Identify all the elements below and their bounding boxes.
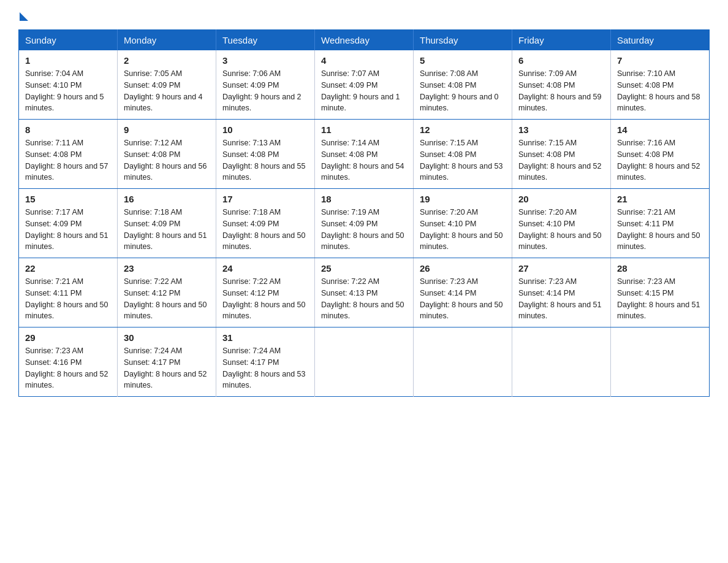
day-number: 10 <box>222 124 308 135</box>
day-number: 19 <box>420 194 506 204</box>
day-number: 22 <box>25 263 111 274</box>
day-number: 6 <box>518 55 604 66</box>
calendar-header-tuesday: Tuesday <box>216 30 315 51</box>
calendar-cell: 17 Sunrise: 7:18 AMSunset: 4:09 PMDaylig… <box>216 189 315 258</box>
calendar-header-monday: Monday <box>118 30 216 51</box>
day-info: Sunrise: 7:07 AMSunset: 4:09 PMDaylight:… <box>321 69 400 112</box>
day-number: 27 <box>518 263 604 274</box>
calendar-cell: 18 Sunrise: 7:19 AMSunset: 4:09 PMDaylig… <box>315 189 414 258</box>
day-number: 17 <box>222 194 308 204</box>
day-info: Sunrise: 7:05 AMSunset: 4:09 PMDaylight:… <box>124 69 203 112</box>
day-info: Sunrise: 7:19 AMSunset: 4:09 PMDaylight:… <box>321 208 404 251</box>
day-info: Sunrise: 7:22 AMSunset: 4:13 PMDaylight:… <box>321 277 404 320</box>
calendar-cell: 10 Sunrise: 7:13 AMSunset: 4:08 PMDaylig… <box>216 120 315 189</box>
day-info: Sunrise: 7:22 AMSunset: 4:12 PMDaylight:… <box>124 277 207 320</box>
calendar-cell: 3 Sunrise: 7:06 AMSunset: 4:09 PMDayligh… <box>216 50 315 120</box>
day-info: Sunrise: 7:15 AMSunset: 4:08 PMDaylight:… <box>518 139 602 182</box>
day-number: 7 <box>617 55 703 66</box>
calendar-cell: 1 Sunrise: 7:04 AMSunset: 4:10 PMDayligh… <box>19 50 118 120</box>
calendar-header-wednesday: Wednesday <box>315 30 414 51</box>
calendar-cell <box>315 327 414 397</box>
day-info: Sunrise: 7:24 AMSunset: 4:17 PMDaylight:… <box>124 347 207 389</box>
calendar-cell: 24 Sunrise: 7:22 AMSunset: 4:12 PMDaylig… <box>216 258 315 327</box>
day-info: Sunrise: 7:23 AMSunset: 4:15 PMDaylight:… <box>617 277 700 320</box>
calendar-cell <box>414 327 512 397</box>
calendar-cell: 7 Sunrise: 7:10 AMSunset: 4:08 PMDayligh… <box>611 50 710 120</box>
day-info: Sunrise: 7:23 AMSunset: 4:14 PMDaylight:… <box>518 277 602 320</box>
calendar-cell: 4 Sunrise: 7:07 AMSunset: 4:09 PMDayligh… <box>315 50 414 120</box>
day-number: 5 <box>420 55 506 66</box>
day-number: 28 <box>617 263 703 274</box>
day-number: 30 <box>124 332 210 343</box>
day-info: Sunrise: 7:24 AMSunset: 4:17 PMDaylight:… <box>222 347 306 389</box>
calendar-cell: 28 Sunrise: 7:23 AMSunset: 4:15 PMDaylig… <box>611 258 710 327</box>
calendar-table: SundayMondayTuesdayWednesdayThursdayFrid… <box>18 29 710 397</box>
logo <box>18 12 29 18</box>
calendar-cell <box>611 327 710 397</box>
day-number: 8 <box>25 124 111 135</box>
day-number: 3 <box>222 55 308 66</box>
day-info: Sunrise: 7:17 AMSunset: 4:09 PMDaylight:… <box>25 208 108 251</box>
calendar-header-friday: Friday <box>512 30 611 51</box>
calendar-week-row: 22 Sunrise: 7:21 AMSunset: 4:11 PMDaylig… <box>19 258 710 327</box>
day-number: 9 <box>124 124 210 135</box>
calendar-cell: 21 Sunrise: 7:21 AMSunset: 4:11 PMDaylig… <box>611 189 710 258</box>
day-info: Sunrise: 7:20 AMSunset: 4:10 PMDaylight:… <box>420 208 503 251</box>
day-number: 29 <box>25 332 111 343</box>
day-info: Sunrise: 7:04 AMSunset: 4:10 PMDaylight:… <box>25 69 104 112</box>
day-number: 23 <box>124 263 210 274</box>
day-number: 26 <box>420 263 506 274</box>
calendar-week-row: 29 Sunrise: 7:23 AMSunset: 4:16 PMDaylig… <box>19 327 710 397</box>
day-number: 11 <box>321 124 407 135</box>
calendar-header-sunday: Sunday <box>19 30 118 51</box>
calendar-cell: 16 Sunrise: 7:18 AMSunset: 4:09 PMDaylig… <box>118 189 216 258</box>
day-number: 18 <box>321 194 407 204</box>
calendar-cell: 8 Sunrise: 7:11 AMSunset: 4:08 PMDayligh… <box>19 120 118 189</box>
calendar-cell: 20 Sunrise: 7:20 AMSunset: 4:10 PMDaylig… <box>512 189 611 258</box>
day-info: Sunrise: 7:09 AMSunset: 4:08 PMDaylight:… <box>518 69 602 112</box>
day-number: 13 <box>518 124 604 135</box>
day-number: 1 <box>25 55 111 66</box>
calendar-header-thursday: Thursday <box>414 30 512 51</box>
calendar-cell: 31 Sunrise: 7:24 AMSunset: 4:17 PMDaylig… <box>216 327 315 397</box>
day-info: Sunrise: 7:12 AMSunset: 4:08 PMDaylight:… <box>124 139 207 182</box>
calendar-cell: 25 Sunrise: 7:22 AMSunset: 4:13 PMDaylig… <box>315 258 414 327</box>
calendar-cell: 23 Sunrise: 7:22 AMSunset: 4:12 PMDaylig… <box>118 258 216 327</box>
day-info: Sunrise: 7:21 AMSunset: 4:11 PMDaylight:… <box>25 277 108 320</box>
day-number: 25 <box>321 263 407 274</box>
day-info: Sunrise: 7:11 AMSunset: 4:08 PMDaylight:… <box>25 139 108 182</box>
calendar-week-row: 8 Sunrise: 7:11 AMSunset: 4:08 PMDayligh… <box>19 120 710 189</box>
calendar-cell: 26 Sunrise: 7:23 AMSunset: 4:14 PMDaylig… <box>414 258 512 327</box>
calendar-header-row: SundayMondayTuesdayWednesdayThursdayFrid… <box>19 30 710 51</box>
day-info: Sunrise: 7:10 AMSunset: 4:08 PMDaylight:… <box>617 69 700 112</box>
day-info: Sunrise: 7:20 AMSunset: 4:10 PMDaylight:… <box>518 208 602 251</box>
page-header <box>18 12 710 18</box>
day-number: 15 <box>25 194 111 204</box>
calendar-cell: 22 Sunrise: 7:21 AMSunset: 4:11 PMDaylig… <box>19 258 118 327</box>
day-info: Sunrise: 7:13 AMSunset: 4:08 PMDaylight:… <box>222 139 306 182</box>
calendar-cell: 15 Sunrise: 7:17 AMSunset: 4:09 PMDaylig… <box>19 189 118 258</box>
calendar-week-row: 1 Sunrise: 7:04 AMSunset: 4:10 PMDayligh… <box>19 50 710 120</box>
day-number: 20 <box>518 194 604 204</box>
calendar-cell: 9 Sunrise: 7:12 AMSunset: 4:08 PMDayligh… <box>118 120 216 189</box>
day-info: Sunrise: 7:18 AMSunset: 4:09 PMDaylight:… <box>124 208 207 251</box>
day-info: Sunrise: 7:14 AMSunset: 4:08 PMDaylight:… <box>321 139 404 182</box>
calendar-cell <box>512 327 611 397</box>
day-info: Sunrise: 7:21 AMSunset: 4:11 PMDaylight:… <box>617 208 700 251</box>
calendar-cell: 11 Sunrise: 7:14 AMSunset: 4:08 PMDaylig… <box>315 120 414 189</box>
day-number: 12 <box>420 124 506 135</box>
calendar-header-saturday: Saturday <box>611 30 710 51</box>
day-info: Sunrise: 7:15 AMSunset: 4:08 PMDaylight:… <box>420 139 503 182</box>
calendar-cell: 19 Sunrise: 7:20 AMSunset: 4:10 PMDaylig… <box>414 189 512 258</box>
day-number: 24 <box>222 263 308 274</box>
calendar-week-row: 15 Sunrise: 7:17 AMSunset: 4:09 PMDaylig… <box>19 189 710 258</box>
calendar-cell: 27 Sunrise: 7:23 AMSunset: 4:14 PMDaylig… <box>512 258 611 327</box>
day-info: Sunrise: 7:08 AMSunset: 4:08 PMDaylight:… <box>420 69 499 112</box>
calendar-cell: 6 Sunrise: 7:09 AMSunset: 4:08 PMDayligh… <box>512 50 611 120</box>
calendar-cell: 29 Sunrise: 7:23 AMSunset: 4:16 PMDaylig… <box>19 327 118 397</box>
day-info: Sunrise: 7:22 AMSunset: 4:12 PMDaylight:… <box>222 277 306 320</box>
day-info: Sunrise: 7:23 AMSunset: 4:16 PMDaylight:… <box>25 347 108 389</box>
day-info: Sunrise: 7:16 AMSunset: 4:08 PMDaylight:… <box>617 139 700 182</box>
day-info: Sunrise: 7:06 AMSunset: 4:09 PMDaylight:… <box>222 69 301 112</box>
calendar-cell: 5 Sunrise: 7:08 AMSunset: 4:08 PMDayligh… <box>414 50 512 120</box>
